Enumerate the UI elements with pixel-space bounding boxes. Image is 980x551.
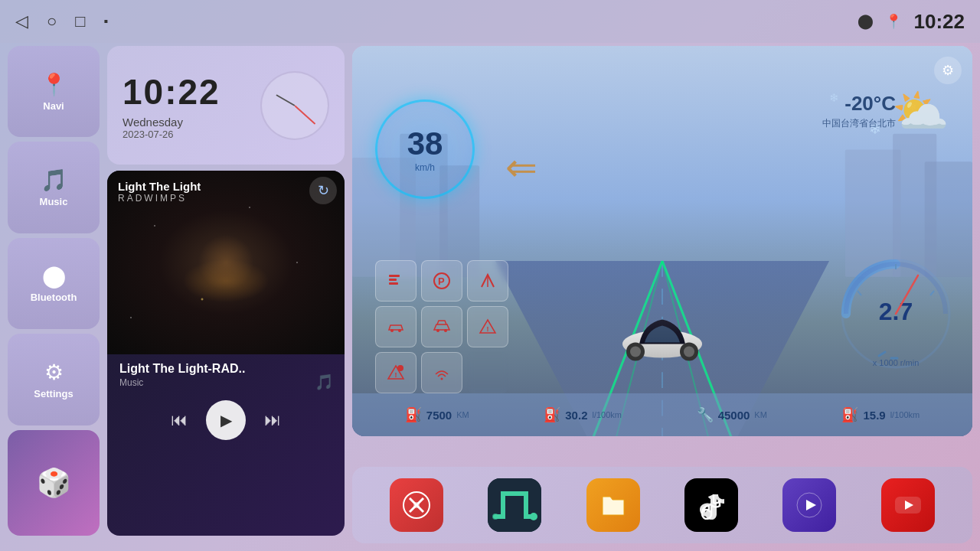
home-button[interactable]: ○ bbox=[47, 11, 57, 31]
back-button[interactable]: ◁ bbox=[15, 11, 28, 31]
grid-btn-car2[interactable] bbox=[421, 306, 462, 347]
svg-point-49 bbox=[492, 514, 498, 520]
grid-btn-park[interactable]: P bbox=[421, 260, 462, 302]
play-button[interactable]: ▶ bbox=[206, 400, 246, 440]
svg-text:!: ! bbox=[395, 371, 397, 379]
svg-point-28 bbox=[398, 329, 401, 332]
speed-gauge: 38 km/h bbox=[375, 99, 475, 199]
stat-value-4: 15.9 bbox=[863, 409, 885, 422]
sidebar-item-bluetooth[interactable]: ⬤ Bluetooth bbox=[8, 238, 100, 329]
stat-range: ⛽ 7500 KM bbox=[405, 406, 469, 423]
music-controls: ⏮ ▶ ⏭ bbox=[107, 391, 345, 452]
rpm-unit: x 1000 r/min bbox=[835, 358, 957, 367]
svg-text:!: ! bbox=[487, 325, 489, 333]
stat-icon-2: ⛽ bbox=[544, 406, 560, 423]
stat-consumption2: ⛽ 15.9 l/100km bbox=[841, 406, 920, 423]
weather-info: -20°C 中国台湾省台北市 bbox=[822, 92, 896, 130]
recents-button[interactable]: □ bbox=[75, 11, 85, 31]
grid-btn-road[interactable] bbox=[467, 260, 508, 302]
svg-rect-23 bbox=[389, 282, 398, 285]
bluetooth-icon: ⬤ bbox=[42, 263, 66, 289]
sidebar-label-bluetooth: Bluetooth bbox=[31, 292, 77, 303]
svg-marker-51 bbox=[806, 500, 816, 510]
grid-btn-warn2[interactable]: ! bbox=[375, 352, 416, 393]
grid-btn-warn1[interactable]: ! bbox=[467, 306, 508, 347]
next-button[interactable]: ⏭ bbox=[264, 410, 281, 430]
app-snake[interactable] bbox=[488, 478, 541, 532]
stat-unit-4: l/100km bbox=[890, 410, 920, 419]
svg-line-38 bbox=[930, 291, 934, 295]
svg-point-34 bbox=[441, 378, 443, 380]
road-scene: ❄ ❄ ❄ bbox=[352, 46, 972, 436]
stats-bar: ⛽ 7500 KM ⛽ 30.2 l/100km 🔧 45000 KM ⛽ 15… bbox=[352, 393, 972, 436]
app-tiktok[interactable] bbox=[684, 478, 738, 532]
svg-rect-47 bbox=[488, 478, 541, 532]
grid-btn-empty bbox=[467, 352, 508, 393]
car-svg bbox=[616, 302, 708, 364]
music-logo: ↻ bbox=[309, 177, 337, 204]
svg-rect-21 bbox=[389, 275, 400, 277]
turn-arrow: ⇐ bbox=[505, 145, 537, 190]
stat-value-1: 7500 bbox=[426, 409, 452, 422]
sidebar-item-app3d[interactable]: 🎲 bbox=[8, 430, 100, 536]
speed-value: 38 bbox=[407, 126, 443, 162]
svg-rect-22 bbox=[389, 279, 397, 281]
music-note-icon: 🎵 bbox=[315, 373, 334, 391]
grid-btn-car1[interactable] bbox=[375, 306, 416, 347]
speed-unit: km/h bbox=[415, 162, 435, 173]
svg-point-33 bbox=[397, 365, 403, 371]
app-tools[interactable] bbox=[390, 478, 443, 532]
sidebar-label-settings: Settings bbox=[34, 388, 73, 399]
temperature: -20°C bbox=[822, 92, 896, 116]
stat-value-3: 45000 bbox=[718, 409, 750, 422]
app-player[interactable] bbox=[782, 478, 836, 532]
stat-unit-1: KM bbox=[456, 410, 469, 419]
stat-unit-2: l/100km bbox=[592, 410, 622, 419]
sidebar-item-music[interactable]: 🎵 Music bbox=[8, 142, 100, 233]
display-settings-button[interactable]: ⚙ bbox=[934, 57, 962, 84]
clock-face bbox=[260, 71, 329, 140]
app-youtube[interactable] bbox=[881, 478, 935, 532]
navi-icon: 📍 bbox=[41, 72, 67, 97]
sidebar: 📍 Navi 🎵 Music ⬤ Bluetooth ⚙ Settings 🎲 bbox=[8, 46, 100, 536]
status-area: ⬤ 📍 10:22 bbox=[858, 10, 965, 34]
prev-button[interactable]: ⏮ bbox=[171, 410, 188, 430]
speed-circle: 38 km/h bbox=[375, 99, 475, 199]
svg-point-48 bbox=[530, 513, 537, 520]
grid-btn-wifi[interactable] bbox=[421, 352, 462, 393]
car-display bbox=[609, 298, 716, 367]
sidebar-item-navi[interactable]: 📍 Navi bbox=[8, 46, 100, 137]
stat-consumption1: ⛽ 30.2 l/100km bbox=[544, 406, 622, 423]
artist-name: RADWIMPS bbox=[118, 193, 201, 204]
stat-service: 🔧 45000 KM bbox=[697, 406, 767, 423]
bluetooth-status-icon: ⬤ bbox=[858, 13, 873, 30]
app-files[interactable] bbox=[586, 478, 640, 532]
music-title-overlay: Light The Light RADWIMPS bbox=[118, 180, 201, 204]
music-icon: 🎵 bbox=[41, 168, 67, 193]
clock-date: 2023-07-26 bbox=[122, 129, 220, 140]
weather-location: 中国台湾省台北市 bbox=[822, 117, 896, 130]
svg-point-29 bbox=[436, 329, 439, 332]
app-bar bbox=[352, 467, 972, 543]
grid-btn-lights[interactable] bbox=[375, 260, 416, 302]
song-title: Light The Light-RAD.. bbox=[119, 362, 332, 376]
clock-text: 10:22 Wednesday 2023-07-26 bbox=[122, 71, 220, 140]
rpm-gauge: 2.7 x 1000 r/min bbox=[835, 253, 957, 375]
song-type: Music bbox=[119, 377, 332, 388]
track-name: Light The Light bbox=[118, 180, 201, 193]
app3d-icon: 🎲 bbox=[37, 467, 71, 499]
stat-value-2: 30.2 bbox=[565, 409, 587, 422]
middle-panel: 10:22 Wednesday 2023-07-26 Light The Lig… bbox=[107, 46, 345, 536]
svg-point-18 bbox=[630, 347, 641, 357]
svg-line-37 bbox=[858, 291, 861, 295]
clock-day: Wednesday bbox=[122, 116, 220, 129]
screenshot-button[interactable]: ▪ bbox=[104, 15, 109, 28]
svg-text:P: P bbox=[438, 276, 445, 287]
clock-display: 10:22 bbox=[914, 10, 965, 34]
control-grid: P ! ! bbox=[375, 260, 508, 393]
sidebar-label-music: Music bbox=[40, 196, 68, 207]
rpm-svg: 2.7 bbox=[835, 253, 957, 375]
stat-icon-3: 🔧 bbox=[697, 406, 714, 423]
sidebar-item-settings[interactable]: ⚙ Settings bbox=[8, 334, 100, 425]
clock-hour-hand bbox=[276, 94, 295, 106]
